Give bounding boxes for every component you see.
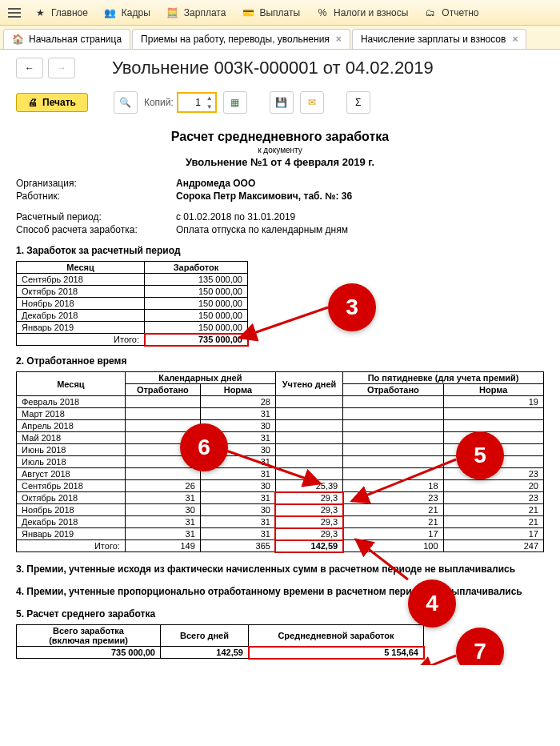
table-row: Ноябрь 2018150 000,00 bbox=[17, 298, 248, 310]
copies-input[interactable] bbox=[178, 94, 204, 111]
table-row: Декабрь 2018150 000,00 bbox=[17, 310, 248, 322]
table-row: Декабрь 2018313129,32121 bbox=[17, 516, 544, 528]
floppy-icon: 💾 bbox=[275, 97, 287, 108]
menu-hr[interactable]: 👥Кадры bbox=[96, 0, 158, 26]
menu-payments[interactable]: 💳Выплаты bbox=[234, 0, 308, 26]
val-total-earn: 735 000,00 bbox=[17, 647, 161, 659]
table-row: Январь 2019150 000,00 bbox=[17, 322, 248, 334]
table-row: Октябрь 2018313129,32323 bbox=[17, 492, 544, 504]
col-cal-days: Календарных дней bbox=[125, 372, 275, 384]
col-cal-worked: Отработано bbox=[125, 384, 200, 396]
spinner-up[interactable]: ▲ bbox=[204, 94, 215, 102]
col-total-earn: Всего заработка(включая премии) bbox=[17, 625, 161, 647]
spinner-down[interactable]: ▼ bbox=[204, 102, 215, 111]
section2-title: 2. Отработанное время bbox=[16, 355, 544, 367]
emp-value: Сорока Петр Максимович, таб. №: 36 bbox=[176, 191, 352, 202]
section1-title: 1. Заработок за расчетный период bbox=[16, 245, 544, 256]
col-week-norm: Норма bbox=[443, 384, 543, 396]
callout-6: 6 bbox=[180, 423, 228, 471]
grid-button[interactable]: ▦ bbox=[223, 91, 247, 114]
method-label: Способ расчета заработка: bbox=[16, 224, 176, 235]
earnings-table: МесяцЗаработок Сентябрь 2018135 000,00Ок… bbox=[16, 261, 248, 346]
period-label: Расчетный период: bbox=[16, 211, 176, 223]
emp-label: Работник: bbox=[16, 191, 176, 202]
table-row: Февраль 20182819 bbox=[17, 396, 544, 408]
org-label: Организация: bbox=[16, 178, 176, 189]
period-value: с 01.02.2018 по 31.01.2019 bbox=[176, 211, 295, 223]
menu-main[interactable]: ★Главное bbox=[26, 0, 96, 26]
menu-reports[interactable]: 🗂Отчетно bbox=[416, 0, 486, 26]
doc-sub: к документу bbox=[16, 146, 544, 154]
report-icon: 🗂 bbox=[424, 6, 437, 19]
save-button[interactable]: 💾 bbox=[270, 91, 294, 114]
table-row: Октябрь 2018150 000,00 bbox=[17, 286, 248, 298]
col-avg-daily: Среднедневной заработок bbox=[249, 625, 424, 647]
preview-button[interactable]: 🔍 bbox=[114, 91, 138, 114]
toolbar: 🖨Печать 🔍 Копий: ▲▼ ▦ 💾 ✉ Σ bbox=[0, 86, 560, 123]
people-icon: 👥 bbox=[104, 6, 117, 19]
table-row: Апрель 201830 bbox=[17, 420, 544, 432]
col-fiveday: По пятидневке (для учета премий) bbox=[343, 372, 544, 384]
col-cal-norm: Норма bbox=[200, 384, 275, 396]
copies-spinner[interactable]: ▲▼ bbox=[177, 92, 217, 113]
col-month: Месяц bbox=[17, 372, 126, 396]
page-title: Увольнение 003К-000001 от 04.02.2019 bbox=[112, 58, 434, 78]
table-row: Сентябрь 2018263025,391820 bbox=[17, 480, 544, 492]
printer-icon: 🖨 bbox=[28, 97, 38, 108]
val-total-days: 142,59 bbox=[161, 647, 249, 659]
close-icon[interactable]: × bbox=[336, 34, 342, 45]
method-value: Оплата отпуска по календарным дням bbox=[176, 224, 348, 235]
org-value: Андромеда ООО bbox=[176, 178, 255, 189]
doc-subtitle: Увольнение №1 от 4 февраля 2019 г. bbox=[16, 156, 544, 168]
home-icon: 🏠 bbox=[12, 34, 24, 45]
tab-bar: 🏠Начальная страница Приемы на работу, пе… bbox=[0, 26, 560, 50]
print-button[interactable]: 🖨Печать bbox=[16, 93, 88, 112]
menu-taxes[interactable]: %Налоги и взносы bbox=[308, 0, 416, 26]
callout-7: 7 bbox=[456, 628, 504, 665]
top-menu-bar: ★Главное 👥Кадры 🧮Зарплата 💳Выплаты %Нало… bbox=[0, 0, 560, 26]
col-week-worked: Отработано bbox=[343, 384, 443, 396]
callout-3: 3 bbox=[328, 283, 376, 331]
copies-label: Копий: bbox=[144, 97, 174, 108]
tab-home[interactable]: 🏠Начальная страница bbox=[3, 29, 130, 49]
section5-title: 5. Расчет среднего заработка bbox=[16, 608, 544, 620]
nav-forward-button[interactable]: → bbox=[48, 58, 75, 78]
arrow-3 bbox=[236, 307, 332, 347]
table-row: Сентябрь 2018135 000,00 bbox=[17, 274, 248, 286]
section4-text: 4. Премии, учтенные пропорционально отра… bbox=[16, 586, 544, 597]
menu-salary[interactable]: 🧮Зарплата bbox=[158, 0, 234, 26]
sigma-icon: Σ bbox=[355, 97, 361, 108]
col-earn: Заработок bbox=[145, 262, 248, 274]
svg-line-3 bbox=[240, 307, 328, 338]
callout-4: 4 bbox=[408, 580, 456, 628]
star-icon: ★ bbox=[34, 6, 46, 19]
table-row: Январь 2019313129,31717 bbox=[17, 528, 544, 540]
avg-calc-table: Всего заработка(включая премии) Всего дн… bbox=[16, 624, 424, 659]
tab-hires[interactable]: Приемы на работу, переводы, увольнения× bbox=[132, 29, 350, 49]
table-total-row: Итого:149365142,59100247 bbox=[17, 540, 544, 552]
table-row: Ноябрь 2018303029,32121 bbox=[17, 504, 544, 516]
mail-button[interactable]: ✉ bbox=[300, 91, 324, 114]
col-total-days: Всего дней bbox=[161, 625, 249, 647]
tab-payroll[interactable]: Начисление зарплаты и взносов× bbox=[352, 29, 527, 49]
document-area: Расчет среднедневного заработка к докуме… bbox=[0, 123, 560, 665]
col-accounted: Учтено дней bbox=[275, 372, 342, 396]
calc-icon: 🧮 bbox=[166, 6, 179, 19]
nav-row: ← → Увольнение 003К-000001 от 04.02.2019 bbox=[0, 50, 560, 86]
wallet-icon: 💳 bbox=[242, 6, 254, 19]
table-row: Март 201831 bbox=[17, 408, 544, 420]
magnifier-icon: 🔍 bbox=[119, 97, 131, 108]
section3-text: 3. Премии, учтенные исходя из фактически… bbox=[16, 564, 544, 575]
percent-icon: % bbox=[316, 6, 329, 19]
nav-back-button[interactable]: ← bbox=[16, 58, 43, 78]
mail-icon: ✉ bbox=[308, 97, 316, 108]
close-icon[interactable]: × bbox=[512, 34, 518, 45]
col-month: Месяц bbox=[17, 262, 145, 274]
table-total-row: Итого:735 000,00 bbox=[17, 334, 248, 346]
callout-5: 5 bbox=[456, 431, 504, 479]
hamburger-icon[interactable] bbox=[3, 3, 26, 22]
sum-button[interactable]: Σ bbox=[346, 91, 370, 114]
grid-icon: ▦ bbox=[230, 97, 239, 108]
copies-group: Копий: ▲▼ bbox=[144, 92, 217, 113]
doc-title: Расчет среднедневного заработка bbox=[16, 130, 544, 144]
